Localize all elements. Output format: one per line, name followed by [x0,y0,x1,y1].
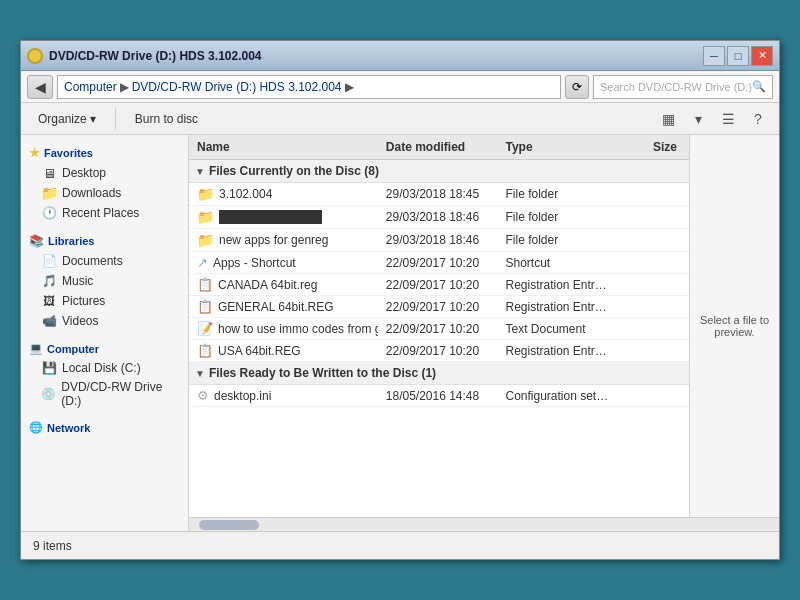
item-count: 9 items [33,539,72,553]
computer-label: Computer [47,343,99,355]
organize-button[interactable]: Organize ▾ [29,109,105,129]
sidebar-section-network: 🌐 Network [21,418,188,437]
file-name: how to use immo codes from generator ... [218,322,378,336]
file-size [617,328,689,330]
file-size [617,262,689,264]
search-icon[interactable]: 🔍 [752,80,766,93]
col-header-type[interactable]: Type [497,138,617,156]
window-icon [27,48,43,64]
sidebar-libraries-header[interactable]: 📚 Libraries [21,231,188,251]
address-path[interactable]: Computer ▶ DVD/CD-RW Drive (D:) HDS 3.10… [57,75,561,99]
section-disc-header[interactable]: ▼ Files Currently on the Disc (8) [189,160,689,183]
breadcrumb-end: ▶ [345,80,354,94]
file-name: CANADA 64bit.reg [218,278,317,292]
file-size [617,350,689,352]
table-row[interactable]: 📁■■■ OE KEY GEN 29/03/2018 18:46 File fo… [189,206,689,229]
sidebar-item-desktop[interactable]: 🖥 Desktop [21,163,188,183]
back-button[interactable]: ◀ [27,75,53,99]
address-bar: ◀ Computer ▶ DVD/CD-RW Drive (D:) HDS 3.… [21,71,779,103]
sidebar-item-music[interactable]: 🎵 Music [21,271,188,291]
scrollbar-thumb[interactable] [199,520,259,530]
section-pending-header[interactable]: ▼ Files Ready to Be Written to the Disc … [189,362,689,385]
refresh-button[interactable]: ⟳ [565,75,589,99]
col-header-date[interactable]: Date modified [378,138,498,156]
col-header-size[interactable]: Size [617,138,689,156]
file-type: File folder [497,232,617,248]
preview-pane: Select a file to preview. [689,135,779,517]
status-bar: 9 items [21,531,779,559]
section-pending-chevron: ▼ [195,368,205,379]
network-icon: 🌐 [29,421,43,434]
table-row[interactable]: 📋GENERAL 64bit.REG 22/09/2017 10:20 Regi… [189,296,689,318]
file-date: 22/09/2017 10:20 [378,299,498,315]
table-row[interactable]: ↗Apps - Shortcut 22/09/2017 10:20 Shortc… [189,252,689,274]
sidebar-item-localdisk[interactable]: 💾 Local Disk (C:) [21,358,188,378]
help-button[interactable]: ? [745,107,771,131]
sidebar-network-header[interactable]: 🌐 Network [21,418,188,437]
reg-icon: 📋 [197,277,213,292]
sidebar-item-dvddrive[interactable]: 💿 DVD/CD-RW Drive (D:) [21,378,188,410]
sidebar-favorites-header[interactable]: ★ Favorites [21,143,188,163]
file-type: Registration Entries [497,343,617,359]
videos-icon: 📹 [41,313,57,329]
file-date: 29/03/2018 18:45 [378,186,498,202]
pane-toggle-button[interactable]: ☰ [715,107,741,131]
file-size [617,216,689,218]
sidebar-localdisk-label: Local Disk (C:) [62,361,141,375]
file-size [617,284,689,286]
network-label: Network [47,422,90,434]
minimize-button[interactable]: ─ [703,46,725,66]
maximize-button[interactable]: □ [727,46,749,66]
sidebar-section-computer: 💻 Computer 💾 Local Disk (C:) 💿 DVD/CD-RW… [21,339,188,410]
table-row[interactable]: 📋CANADA 64bit.reg 22/09/2017 10:20 Regis… [189,274,689,296]
organize-label: Organize [38,112,87,126]
sidebar-item-downloads[interactable]: 📁 Downloads [21,183,188,203]
title-buttons: ─ □ ✕ [703,46,773,66]
organize-dropdown-icon: ▾ [90,112,96,126]
sidebar-item-videos[interactable]: 📹 Videos [21,311,188,331]
localdisk-icon: 💾 [41,360,57,376]
content-area: ★ Favorites 🖥 Desktop 📁 Downloads 🕐 Rece… [21,135,779,531]
documents-icon: 📄 [41,253,57,269]
downloads-icon: 📁 [41,185,57,201]
star-icon: ★ [29,146,40,160]
sidebar-item-recent[interactable]: 🕐 Recent Places [21,203,188,223]
search-box[interactable]: Search DVD/CD-RW Drive (D:) HDS 3... 🔍 [593,75,773,99]
sidebar-item-documents[interactable]: 📄 Documents [21,251,188,271]
view-dropdown-button[interactable]: ▾ [685,107,711,131]
breadcrumb-computer[interactable]: Computer [64,80,117,94]
horizontal-scrollbar[interactable] [189,517,779,531]
computer-icon: 💻 [29,342,43,355]
table-row[interactable]: 📝how to use immo codes from generator ..… [189,318,689,340]
toolbar-separator [115,108,116,130]
table-row[interactable]: ⚙desktop.ini 18/05/2016 14:48 Configurat… [189,385,689,407]
table-row[interactable]: 📁new apps for genreg 29/03/2018 18:46 Fi… [189,229,689,252]
ini-icon: ⚙ [197,388,209,403]
file-type: Configuration sett... [497,388,617,404]
file-date: 22/09/2017 10:20 [378,255,498,271]
sidebar-item-pictures[interactable]: 🖼 Pictures [21,291,188,311]
file-type: Registration Entries [497,277,617,293]
burn-label: Burn to disc [135,112,198,126]
file-type: File folder [497,186,617,202]
library-icon: 📚 [29,234,44,248]
section-disc-label: Files Currently on the Disc (8) [209,164,379,178]
view-button[interactable]: ▦ [655,107,681,131]
txt-icon: 📝 [197,321,213,336]
burn-button[interactable]: Burn to disc [126,109,207,129]
dvddrive-icon: 💿 [41,386,56,402]
title-bar-left: DVD/CD-RW Drive (D:) HDS 3.102.004 [27,48,703,64]
table-row[interactable]: 📋USA 64bit.REG 22/09/2017 10:20 Registra… [189,340,689,362]
table-row[interactable]: 📁3.102.004 29/03/2018 18:45 File folder [189,183,689,206]
breadcrumb-drive[interactable]: DVD/CD-RW Drive (D:) HDS 3.102.004 [132,80,342,94]
reg-icon: 📋 [197,299,213,314]
folder-icon: 📁 [197,232,214,248]
folder-icon: 📁 [197,209,214,225]
file-list: Name Date modified Type Size ▼ Files Cur… [189,135,689,517]
sidebar-section-libraries: 📚 Libraries 📄 Documents 🎵 Music 🖼 Pictur… [21,231,188,331]
close-button[interactable]: ✕ [751,46,773,66]
sidebar-computer-header[interactable]: 💻 Computer [21,339,188,358]
file-size [617,193,689,195]
col-header-name[interactable]: Name [189,138,378,156]
file-date: 29/03/2018 18:46 [378,209,498,225]
